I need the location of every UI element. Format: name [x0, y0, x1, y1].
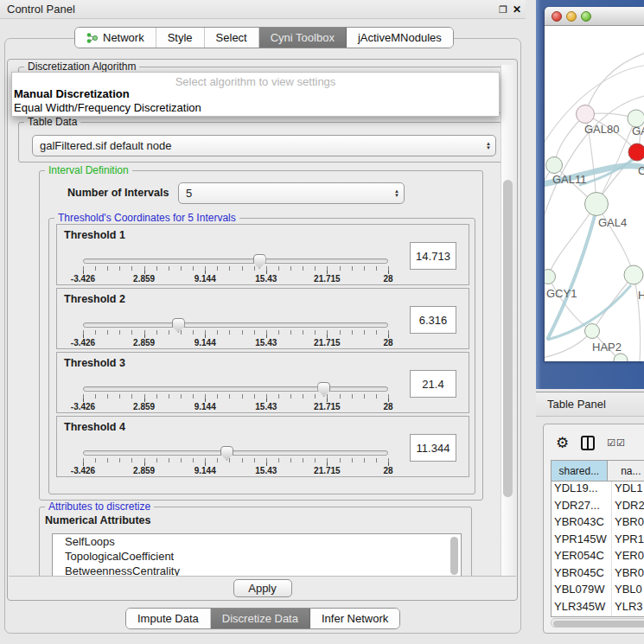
algorithm-dropdown-popup: Select algorithm to view settings Manual… — [11, 72, 500, 117]
cell-name[interactable]: YDR2 — [612, 499, 644, 516]
threshold-value-field[interactable]: 14.713 — [410, 242, 456, 270]
node-label-GAL80: GAL80 — [584, 123, 619, 136]
tab-label: Cyni Toolbox — [271, 31, 335, 44]
scrollbar-thumb[interactable] — [553, 621, 644, 627]
threshold-value-field[interactable]: 11.344 — [410, 434, 456, 462]
select-all-checks-icon[interactable]: ☑☑ — [607, 437, 626, 449]
tab-infer-network[interactable]: Infer Network — [310, 609, 399, 628]
cell-shared-name[interactable]: YBL079W — [552, 583, 612, 600]
tick-label: -3.426 — [71, 466, 95, 475]
bottom-node[interactable] — [614, 354, 628, 361]
tab-network[interactable]: Network — [75, 28, 156, 48]
tick-label: 21.715 — [314, 274, 341, 284]
numerical-attributes-list[interactable]: SelfLoopsTopologicalCoefficientBetweenne… — [52, 533, 462, 577]
minimize-traffic-light-icon[interactable] — [566, 11, 577, 22]
tick-label: 21.715 — [314, 402, 341, 411]
tick-label: 28 — [383, 466, 392, 475]
close-traffic-light-icon[interactable] — [552, 11, 562, 22]
network-window-titlebar[interactable] — [545, 7, 644, 26]
cell-name[interactable]: YLR3 — [612, 600, 643, 617]
node-label-GA: GA — [632, 124, 644, 137]
table-row[interactable]: YPR145WYPR1 — [552, 532, 644, 550]
apply-button[interactable]: Apply — [233, 579, 292, 597]
tab-discretize-data[interactable]: Discretize Data — [211, 609, 310, 628]
GCY1-node[interactable] — [545, 270, 556, 284]
threshold-title: Threshold 1 — [64, 229, 125, 241]
table-data-groupbox: Table Data galFiltered.sif default node … — [18, 122, 507, 163]
node-label-HAP2: HAP2 — [592, 341, 622, 354]
table-row[interactable]: YIL052CYIL0 — [552, 616, 644, 617]
attribute-item[interactable]: TopologicalCoefficient — [53, 549, 461, 564]
panel-scrollbar[interactable] — [501, 65, 513, 577]
table-row[interactable]: YBR043CYBR0 — [552, 515, 644, 532]
interval-definition-label: Interval Definition — [45, 165, 132, 176]
threshold-value-field[interactable]: 21.4 — [410, 370, 456, 398]
number-of-intervals-label: Number of Intervals — [67, 187, 169, 199]
float-window-icon[interactable]: ❐ — [496, 3, 510, 16]
table-row[interactable]: YBL079WYBL0 — [552, 583, 644, 600]
popup-item-equal-width-frequency[interactable]: Equal Width/Frequency Discretization — [12, 101, 499, 115]
threshold-panel-1: Threshold 1-3.4262.8599.14415.4321.71528… — [56, 224, 469, 285]
scrollbar-thumb[interactable] — [503, 180, 513, 497]
tab-cyni-toolbox[interactable]: Cyni Toolbox — [259, 28, 347, 48]
threshold-slider[interactable] — [83, 450, 388, 456]
zoom-traffic-light-icon[interactable] — [581, 11, 591, 22]
list-scrollbar[interactable] — [450, 537, 458, 575]
cell-name[interactable]: YBL0 — [612, 583, 642, 600]
table-row[interactable]: YBR045CYBR0 — [552, 566, 644, 583]
cell-shared-name[interactable]: YLR345W — [552, 600, 612, 617]
cell-shared-name[interactable]: YDR27... — [552, 499, 612, 516]
slider-tick-labels: -3.4262.8599.14415.4321.71528 — [83, 274, 388, 284]
column-header-shared[interactable]: shared... — [552, 461, 608, 481]
cell-name[interactable]: YER0 — [612, 549, 644, 566]
cell-shared-name[interactable]: YBR045C — [552, 566, 612, 583]
tab-label: jActiveMNodules — [358, 31, 442, 44]
GAL4-node[interactable] — [585, 193, 609, 216]
red-node[interactable] — [628, 143, 644, 161]
tick-label: 9.144 — [194, 338, 216, 348]
GAL11-node[interactable] — [546, 157, 563, 174]
node-label-GAL4: GAL4 — [598, 216, 627, 229]
right-mid-node[interactable] — [624, 265, 643, 284]
tab-jactivemnodules[interactable]: jActiveMNodules — [347, 28, 453, 48]
cell-name[interactable]: YBR0 — [612, 515, 644, 532]
table-data-combobox[interactable]: galFiltered.sif default node ▲▼ — [32, 135, 496, 156]
cell-shared-name[interactable]: YPR145W — [552, 532, 612, 550]
popup-item-manual-discretization[interactable]: Manual Discretization — [12, 87, 499, 101]
tab-select[interactable]: Select — [205, 28, 259, 48]
tab-style[interactable]: Style — [156, 28, 205, 48]
cell-shared-name[interactable]: YBR043C — [552, 515, 612, 532]
node-table: shared... na... YDL19...YDL1YDR27...YDR2… — [551, 460, 644, 617]
gear-icon[interactable]: ⚙ — [556, 434, 569, 452]
HAP2-node[interactable] — [585, 324, 600, 339]
column-visibility-icon[interactable] — [581, 436, 595, 450]
cell-name[interactable]: YIL0 — [612, 616, 638, 617]
table-row[interactable]: YER054CYER0 — [552, 549, 644, 566]
cell-shared-name[interactable]: YER054C — [552, 549, 612, 566]
GAL80-node[interactable] — [577, 105, 595, 124]
number-of-intervals-value: 5 — [186, 187, 192, 200]
cell-name[interactable]: YBR0 — [612, 566, 644, 583]
tick-label: 15.43 — [255, 338, 277, 348]
table-row[interactable]: YDR27...YDR2 — [552, 499, 644, 516]
cell-name[interactable]: YPR1 — [612, 532, 644, 550]
column-header-name[interactable]: na... — [608, 461, 644, 481]
attribute-item[interactable]: SelfLoops — [53, 534, 461, 549]
threshold-slider[interactable] — [83, 386, 388, 392]
table-row[interactable]: YDL19...YDL1 — [552, 481, 644, 499]
network-edge — [545, 331, 592, 359]
cell-name[interactable]: YDL1 — [612, 481, 643, 499]
threshold-slider[interactable] — [83, 322, 388, 328]
number-of-intervals-combobox[interactable]: 5 ▲▼ — [178, 182, 405, 204]
threshold-value-field[interactable]: 6.316 — [410, 306, 456, 334]
cell-shared-name[interactable]: YDL19... — [552, 481, 612, 499]
threshold-slider[interactable] — [83, 258, 388, 264]
close-icon[interactable]: ✕ — [510, 3, 524, 16]
tab-impute-data[interactable]: Impute Data — [126, 609, 211, 628]
tab-label: Impute Data — [137, 612, 199, 625]
cell-shared-name[interactable]: YIL052C — [552, 616, 612, 617]
table-horizontal-scrollbar[interactable] — [551, 618, 644, 628]
table-row[interactable]: YLR345WYLR3 — [552, 600, 644, 617]
slider-tick-labels: -3.4262.8599.14415.4321.71528 — [83, 402, 388, 411]
network-canvas[interactable]: GAL80GACGAL11GAL4GCY1HHAP2 — [545, 26, 644, 361]
